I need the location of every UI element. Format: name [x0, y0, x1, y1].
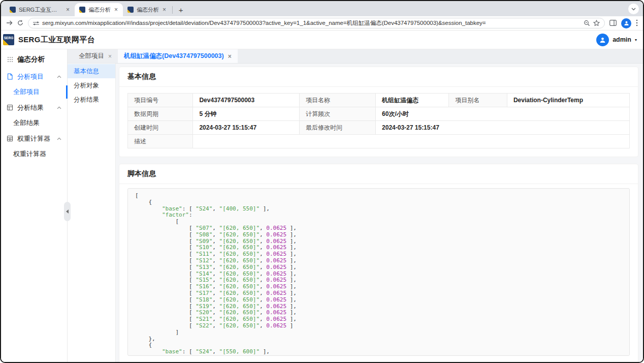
- subnav-label: 分析对象: [74, 81, 99, 90]
- module-header: 偏态分析: [1, 49, 67, 69]
- field-value: Dev4374797500003: [193, 94, 299, 107]
- browser-tab-strip: SERG工业互联网平台 × 偏态分析 × 偏态分析 × +: [1, 1, 643, 16]
- workspace-tab-bar: 全部项目 × 机组缸温偏态(Dev4374797500003) ×: [68, 49, 643, 64]
- sidebar-item-all-results[interactable]: 全部结果: [1, 115, 67, 131]
- field-value: 5 分钟: [193, 107, 299, 121]
- workspace-tab-label: 全部项目: [79, 52, 104, 60]
- script-code: [ { "base": [ "S24", "[400, 550]" ], "fa…: [135, 193, 622, 356]
- subnav-item-analysis-results[interactable]: 分析结果: [68, 93, 115, 107]
- new-tab-button[interactable]: +: [176, 6, 186, 14]
- calculator-icon: [7, 135, 13, 142]
- chevron-up-icon[interactable]: [57, 106, 61, 109]
- collapse-left-icon: [66, 209, 69, 214]
- url-text[interactable]: serg.mixyun.com/mixapplication/#/indass/…: [42, 19, 581, 27]
- browser-tab-deviation-2[interactable]: 偏态分析 ×: [123, 3, 171, 16]
- sidebar-item-label: 全部项目: [13, 87, 40, 97]
- close-icon[interactable]: ×: [162, 7, 167, 13]
- script-code-block[interactable]: [ { "base": [ "S24", "[400, 550]" ], "fa…: [127, 188, 630, 356]
- table-row: 描述: [128, 135, 630, 148]
- browser-tab-title: 偏态分析: [137, 6, 159, 14]
- sidebar-item-label: 权重计算器: [13, 149, 46, 159]
- bookmark-star-icon[interactable]: [593, 20, 600, 26]
- field-value: 60次/小时: [376, 107, 630, 121]
- basic-info-table: 项目编号 Dev4374797500003 项目名称 机组缸温偏态 项目别名 D…: [127, 93, 630, 148]
- sidebar-collapse-handle[interactable]: [64, 202, 71, 221]
- sidebar-group-label: 分析项目: [17, 72, 53, 81]
- tab-search-button[interactable]: [628, 4, 639, 14]
- field-value: 2024-03-27 15:15:47: [193, 121, 299, 135]
- app-header: SERG SERG工业互联网平台 admin ▾: [1, 31, 643, 49]
- caret-down-icon: ▾: [635, 38, 637, 42]
- tab-separator: [172, 6, 173, 14]
- workspace-tab-deviation-active[interactable]: 机组缸温偏态(Dev4374797500003) ×: [118, 49, 238, 63]
- side-panel-icon[interactable]: [609, 20, 617, 27]
- user-menu[interactable]: admin ▾: [596, 34, 637, 46]
- site-settings-icon[interactable]: [33, 21, 39, 26]
- field-value: [193, 135, 630, 148]
- user-avatar-icon: [596, 34, 609, 46]
- sidebar-group-label: 权重计算器: [17, 134, 53, 143]
- field-value: Deviation-CylinderTemp: [507, 94, 629, 107]
- sidebar-group-analysis-results[interactable]: 分析结果: [1, 100, 67, 115]
- table-row: 数据周期 5 分钟 计算频次 60次/小时: [128, 107, 630, 121]
- forward-icon[interactable]: [6, 20, 13, 27]
- apps-grid-icon[interactable]: [7, 56, 13, 63]
- field-label: 计算频次: [299, 107, 375, 121]
- close-icon[interactable]: ×: [114, 7, 118, 13]
- table-row: 项目编号 Dev4374797500003 项目名称 机组缸温偏态 项目别名 D…: [128, 94, 630, 107]
- chevron-up-icon[interactable]: [57, 137, 61, 140]
- script-info-card: 脚本信息 [ { "base": [ "S24", "[400, 550]" ]…: [119, 164, 638, 362]
- close-icon[interactable]: ×: [228, 53, 232, 60]
- chevron-up-icon[interactable]: [57, 75, 61, 78]
- chevron-down-icon: [631, 8, 636, 11]
- user-name: admin: [613, 36, 631, 43]
- browser-tab-serg[interactable]: SERG工业互联网平台 ×: [5, 3, 75, 16]
- sidebar-item-all-projects[interactable]: 全部项目: [1, 84, 67, 100]
- close-icon[interactable]: ×: [108, 53, 112, 60]
- sidebar-group-weight-calculator[interactable]: 权重计算器: [1, 131, 67, 146]
- field-label: 数据周期: [128, 107, 193, 121]
- serg-favicon-icon: [127, 7, 134, 13]
- subnav-item-analysis-objects[interactable]: 分析对象: [68, 78, 115, 93]
- field-label: 项目名称: [299, 94, 375, 107]
- browser-toolbar: serg.mixyun.com/mixapplication/#/indass/…: [1, 16, 643, 31]
- field-label: 项目编号: [128, 94, 193, 107]
- field-label: 创建时间: [128, 121, 193, 135]
- sidebar-item-label: 全部结果: [13, 118, 40, 128]
- sidebar-item-weight-calculator[interactable]: 权重计算器: [1, 146, 67, 162]
- field-value: 机组缸温偏态: [376, 94, 449, 107]
- address-bar[interactable]: serg.mixyun.com/mixapplication/#/indass/…: [28, 18, 605, 28]
- detail-subnav: 基本信息 分析对象 分析结果: [68, 64, 116, 362]
- browser-tab-deviation-active[interactable]: 偏态分析 ×: [75, 3, 123, 16]
- module-title: 偏态分析: [17, 55, 45, 64]
- sidebar-group-analysis-project[interactable]: 分析项目: [1, 69, 67, 84]
- workspace-tab-all-projects[interactable]: 全部项目 ×: [73, 49, 118, 63]
- result-list-icon: [7, 104, 13, 111]
- subnav-label: 分析结果: [74, 96, 99, 104]
- zoom-page-icon[interactable]: [584, 20, 590, 26]
- basic-info-card: 基本信息 项目编号 Dev4374797500003 项目: [119, 67, 638, 157]
- workspace-tab-label: 机组缸温偏态(Dev4374797500003): [124, 52, 224, 60]
- field-label: 项目别名: [449, 94, 507, 107]
- browser-profile-icon[interactable]: [621, 18, 631, 28]
- script-info-title: 脚本信息: [119, 164, 638, 184]
- app-title: SERG工业互联网平台: [18, 35, 95, 45]
- primary-sidebar: 偏态分析 分析项目 全部项目 分析结果: [1, 49, 68, 362]
- browser-menu-icon[interactable]: [636, 19, 638, 27]
- serg-logo: SERG: [3, 34, 14, 45]
- browser-tab-title: SERG工业互联网平台: [19, 6, 62, 14]
- subnav-item-basic-info[interactable]: 基本信息: [68, 64, 115, 78]
- field-label: 最后修改时间: [299, 121, 375, 135]
- main-content: 基本信息 项目编号 Dev4374797500003 项目: [116, 64, 643, 362]
- serg-favicon-icon: [10, 7, 16, 13]
- file-icon: [7, 73, 13, 80]
- subnav-label: 基本信息: [74, 67, 99, 76]
- serg-favicon-icon: [79, 7, 85, 13]
- reload-icon[interactable]: [17, 20, 23, 27]
- field-label: 描述: [128, 135, 193, 148]
- field-value: 2024-03-27 15:15:47: [376, 121, 630, 135]
- sidebar-group-label: 分析结果: [17, 103, 53, 112]
- table-row: 创建时间 2024-03-27 15:15:47 最后修改时间 2024-03-…: [128, 121, 630, 135]
- close-icon[interactable]: ×: [66, 7, 70, 13]
- basic-info-title: 基本信息: [119, 67, 638, 87]
